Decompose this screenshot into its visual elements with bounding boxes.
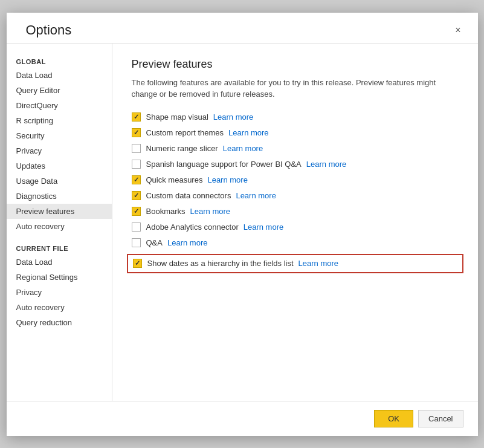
feature-label-custom-report: Custom report themes <box>146 128 224 137</box>
sidebar-item-auto-recovery-global[interactable]: Auto recovery <box>7 219 112 234</box>
sidebar-item-updates[interactable]: Updates <box>7 158 112 174</box>
feature-row-custom-connectors: Custom data connectors Learn more <box>132 191 459 201</box>
feature-list: Shape map visual Learn more Custom repor… <box>132 112 459 273</box>
sidebar-item-directquery[interactable]: DirectQuery <box>7 98 112 113</box>
feature-label-numeric-range: Numeric range slicer <box>146 144 218 153</box>
feature-row-numeric-range: Numeric range slicer Learn more <box>132 144 459 154</box>
feature-label-quick-measures: Quick measures <box>146 175 203 184</box>
feature-label-show-dates: Show dates as a hierarchy in the fields … <box>147 259 294 268</box>
checkbox-numeric-range[interactable] <box>132 144 141 154</box>
sidebar-item-query-editor[interactable]: Query Editor <box>7 83 112 98</box>
feature-row-spanish: Spanish language support for Power BI Q&… <box>132 160 459 169</box>
checkbox-qna[interactable] <box>132 238 141 248</box>
options-dialog: Options × GLOBAL Data Load Query Editor … <box>7 13 478 436</box>
feature-row-show-dates: Show dates as a hierarchy in the fields … <box>127 254 463 273</box>
feature-row-qna: Q&A Learn more <box>132 238 459 248</box>
learn-more-custom-report[interactable]: Learn more <box>228 128 268 137</box>
sidebar-item-privacy-global[interactable]: Privacy <box>7 143 112 158</box>
checkbox-show-dates[interactable] <box>133 259 143 268</box>
feature-row-bookmarks: Bookmarks Learn more <box>132 207 459 216</box>
sidebar-item-diagnostics[interactable]: Diagnostics <box>7 189 112 204</box>
checkbox-custom-connectors[interactable] <box>132 191 141 201</box>
sidebar-item-data-load-file[interactable]: Data Load <box>7 255 112 270</box>
main-title: Preview features <box>132 58 459 71</box>
feature-row-shape-map: Shape map visual Learn more <box>132 112 459 122</box>
learn-more-qna[interactable]: Learn more <box>167 238 207 247</box>
sidebar-item-r-scripting[interactable]: R scripting <box>7 113 112 128</box>
dialog-title: Options <box>26 22 72 38</box>
feature-row-adobe: Adobe Analytics connector Learn more <box>132 222 459 232</box>
sidebar-item-preview-features[interactable]: Preview features <box>7 204 112 219</box>
sidebar-item-regional-settings[interactable]: Regional Settings <box>7 270 112 285</box>
learn-more-quick-measures[interactable]: Learn more <box>207 175 247 184</box>
learn-more-custom-connectors[interactable]: Learn more <box>236 191 276 200</box>
feature-row-custom-report: Custom report themes Learn more <box>132 128 459 138</box>
checkbox-custom-report[interactable] <box>132 128 141 138</box>
sidebar-item-query-reduction[interactable]: Query reduction <box>7 315 112 330</box>
title-bar: Options × <box>7 13 478 43</box>
sidebar-item-data-load-global[interactable]: Data Load <box>7 68 112 83</box>
feature-label-shape-map: Shape map visual <box>146 112 208 122</box>
sidebar-item-usage-data[interactable]: Usage Data <box>7 174 112 189</box>
checkbox-bookmarks[interactable] <box>132 207 141 216</box>
ok-button[interactable]: OK <box>374 410 413 427</box>
feature-label-adobe: Adobe Analytics connector <box>146 222 239 232</box>
sidebar: GLOBAL Data Load Query Editor DirectQuer… <box>7 44 112 401</box>
feature-label-qna: Q&A <box>146 238 163 247</box>
feature-label-bookmarks: Bookmarks <box>146 207 186 216</box>
sidebar-item-security[interactable]: Security <box>7 128 112 143</box>
dialog-body: GLOBAL Data Load Query Editor DirectQuer… <box>7 43 478 401</box>
sidebar-item-auto-recovery-file[interactable]: Auto recovery <box>7 300 112 315</box>
learn-more-shape-map[interactable]: Learn more <box>213 112 253 122</box>
learn-more-spanish[interactable]: Learn more <box>306 160 346 169</box>
sidebar-item-privacy-file[interactable]: Privacy <box>7 285 112 300</box>
feature-row-quick-measures: Quick measures Learn more <box>132 175 459 185</box>
main-description: The following features are available for… <box>132 77 446 100</box>
dialog-footer: OK Cancel <box>7 401 478 436</box>
checkbox-quick-measures[interactable] <box>132 175 141 185</box>
current-file-section-label: CURRENT FILE <box>7 240 112 255</box>
learn-more-adobe[interactable]: Learn more <box>244 222 283 232</box>
learn-more-bookmarks[interactable]: Learn more <box>190 207 230 216</box>
learn-more-show-dates[interactable]: Learn more <box>298 259 338 268</box>
close-button[interactable]: × <box>450 22 465 38</box>
feature-label-spanish: Spanish language support for Power BI Q&… <box>146 160 302 169</box>
global-section-label: GLOBAL <box>7 53 112 68</box>
learn-more-numeric-range[interactable]: Learn more <box>223 144 263 153</box>
main-content: Preview features The following features … <box>112 44 478 401</box>
checkbox-shape-map[interactable] <box>132 112 141 122</box>
checkbox-adobe[interactable] <box>132 222 141 232</box>
cancel-button[interactable]: Cancel <box>418 410 463 427</box>
feature-label-custom-connectors: Custom data connectors <box>146 191 231 200</box>
checkbox-spanish[interactable] <box>132 160 141 169</box>
